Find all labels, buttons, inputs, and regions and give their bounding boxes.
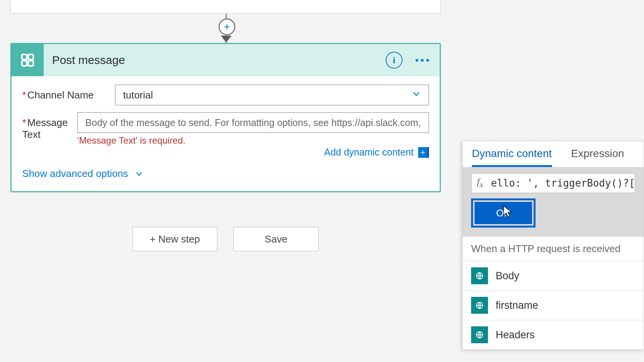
info-icon[interactable]: i [386,52,402,69]
dynamic-item-body[interactable]: Body [463,261,644,290]
channel-name-select[interactable]: tutorial [115,85,429,105]
ok-button[interactable]: OK [475,202,532,224]
dynamic-content-section-title: When a HTTP request is received [463,237,644,261]
http-icon [471,297,488,314]
expression-input[interactable]: fx ello: ', triggerBody()?['f [471,173,635,193]
card-title: Post message [44,54,386,67]
message-text-error: 'Message Text' is required. [77,135,429,146]
flow-arrow [221,36,232,43]
show-advanced-options-link[interactable]: Show advanced options [22,168,429,180]
dynamic-content-panel: Dynamic content Expression fx ello: ', t… [462,141,644,350]
http-icon [471,326,488,343]
chevron-down-icon [135,170,143,178]
http-icon [471,267,488,284]
add-dynamic-plus-icon[interactable]: + [418,147,429,158]
channel-name-label: *Channel Name [22,85,115,101]
post-message-card: Post message i *Channel Name tutorial *M… [10,43,441,192]
chevron-down-icon [412,89,421,101]
slack-icon [12,44,44,76]
dynamic-item-firstname[interactable]: firstname [463,290,644,320]
tab-dynamic-content[interactable]: Dynamic content [472,147,552,167]
fx-icon: fx [477,176,483,190]
svg-rect-0 [22,54,27,59]
card-header[interactable]: Post message i [12,44,440,76]
new-step-button[interactable]: + New step [132,227,217,251]
card-body: *Channel Name tutorial *Message Text Bod… [12,76,440,191]
dynamic-item-headers[interactable]: Headers [463,320,644,349]
channel-name-value: tutorial [123,89,153,101]
message-text-input[interactable]: Body of the message to send. For formatt… [77,112,429,133]
svg-rect-1 [28,54,33,59]
ok-button-highlight: OK [471,198,536,228]
save-button[interactable]: Save [233,227,319,251]
add-dynamic-content-link[interactable]: Add dynamic content [324,147,414,158]
tab-expression[interactable]: Expression [571,147,624,167]
insert-step-button[interactable]: + [219,18,235,35]
message-text-label: *Message Text [22,112,77,141]
more-menu-icon[interactable] [416,59,433,62]
svg-rect-3 [28,61,33,66]
previous-step-card[interactable] [10,0,441,14]
svg-rect-2 [22,61,27,66]
